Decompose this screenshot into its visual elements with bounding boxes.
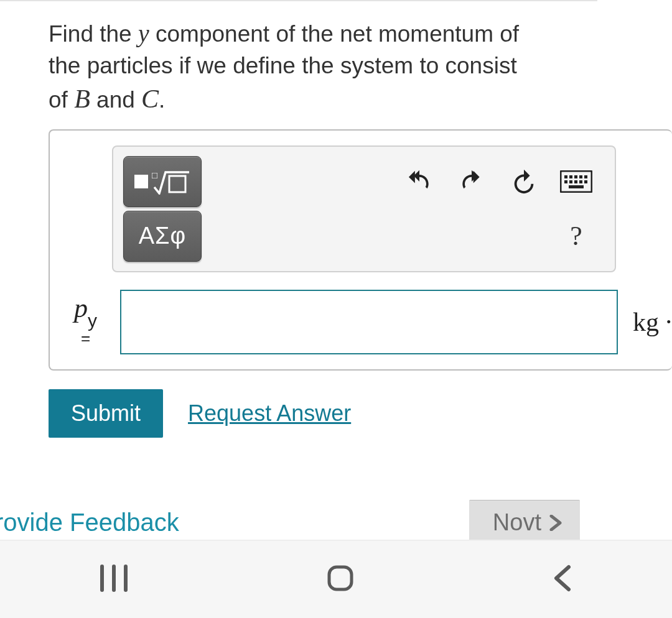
question-text: Find the y component of the net momentum…: [0, 1, 560, 129]
page-root: Find the y component of the net momentum…: [0, 0, 672, 618]
keyboard-icon[interactable]: [556, 162, 596, 201]
var-letter: p: [74, 293, 88, 323]
toolbar-row-1: □: [123, 154, 602, 209]
svg-rect-11: [579, 180, 582, 183]
svg-rect-8: [564, 180, 567, 183]
q-text-and: and: [90, 87, 141, 113]
chevron-right-icon: [549, 515, 562, 531]
recents-button[interactable]: [97, 564, 131, 595]
equals-sign: =: [62, 329, 109, 348]
next-button[interactable]: Novt: [469, 500, 580, 545]
q-text-3: .: [159, 87, 165, 113]
math-root-template-icon: □: [134, 168, 190, 195]
var-subscript: y: [88, 310, 97, 331]
undo-icon[interactable]: [399, 162, 439, 201]
back-button[interactable]: [550, 563, 575, 596]
svg-text:□: □: [152, 170, 157, 180]
greek-letters-button[interactable]: ΑΣφ: [123, 211, 202, 262]
variable-label: py =: [62, 296, 109, 348]
request-answer-link[interactable]: Request Answer: [188, 400, 351, 427]
svg-rect-4: [569, 175, 572, 178]
svg-rect-7: [584, 175, 587, 178]
answer-input-row: py = kg ·: [62, 290, 672, 354]
actions-row: Submit Request Answer: [49, 389, 672, 438]
redo-icon[interactable]: [452, 162, 492, 201]
submit-button[interactable]: Submit: [49, 389, 163, 438]
svg-rect-5: [574, 175, 577, 178]
svg-rect-9: [569, 180, 572, 183]
next-label: Novt: [493, 509, 541, 536]
svg-rect-13: [569, 185, 584, 188]
svg-rect-10: [574, 180, 577, 183]
q-var-B: B: [74, 85, 90, 113]
provide-feedback-link[interactable]: rovide Feedback: [0, 509, 179, 537]
equation-toolbar: □: [112, 145, 616, 272]
footer-area: rovide Feedback Novt: [0, 500, 672, 545]
home-button[interactable]: [325, 563, 355, 596]
svg-rect-3: [564, 175, 567, 178]
android-navbar: [0, 540, 672, 618]
math-template-button[interactable]: □: [123, 156, 202, 207]
reset-icon[interactable]: [504, 162, 544, 201]
q-text-1: Find the: [49, 21, 138, 47]
svg-rect-6: [579, 175, 582, 178]
unit-label: kg ·: [633, 307, 672, 337]
q-var-y: y: [138, 19, 149, 47]
toolbar-row-2: ΑΣφ ?: [123, 209, 602, 264]
q-var-C: C: [141, 85, 159, 113]
svg-rect-17: [329, 567, 352, 589]
answer-panel: □: [49, 129, 672, 371]
help-button[interactable]: ?: [556, 216, 596, 256]
svg-rect-1: [169, 176, 185, 192]
svg-rect-12: [584, 180, 587, 183]
answer-input[interactable]: [120, 290, 618, 354]
